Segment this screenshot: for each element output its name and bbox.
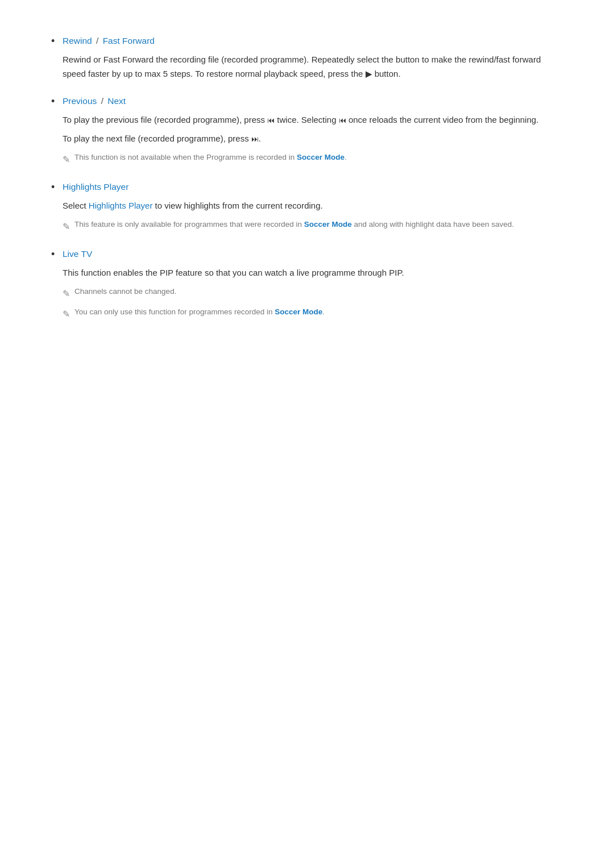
item-header-live-tv: Live TV (63, 247, 563, 261)
highlights-description: Select Highlights Player to view highlig… (63, 199, 563, 213)
separator-2: / (101, 96, 106, 106)
note-highlights: ✎ This feature is only available for pro… (63, 219, 563, 234)
list-item-rewind: Rewind / Fast Forward Rewind or Fast For… (51, 34, 563, 81)
link-rewind[interactable]: Rewind (63, 36, 92, 45)
list-item-previous-next: Previous / Next To play the previous fil… (51, 94, 563, 167)
link-soccer-mode-3[interactable]: Soccer Mode (275, 308, 322, 316)
item-header-previous-next: Previous / Next (63, 94, 563, 109)
content-area: Rewind / Fast Forward Rewind or Fast For… (51, 23, 563, 322)
prev-icon: ⏮ (267, 116, 275, 124)
pencil-icon-1: ✎ (63, 152, 70, 167)
link-fast-forward[interactable]: Fast Forward (103, 36, 155, 45)
link-soccer-mode-2[interactable]: Soccer Mode (304, 220, 352, 229)
link-next[interactable]: Next (107, 96, 126, 106)
note-text-highlights: This feature is only available for progr… (74, 219, 514, 231)
list-item-highlights: Highlights Player Select Highlights Play… (51, 180, 563, 234)
item-header-rewind: Rewind / Fast Forward (63, 34, 563, 48)
note-text-live-tv-1: Channels cannot be changed. (74, 286, 176, 298)
link-live-tv[interactable]: Live TV (63, 249, 92, 259)
rewind-description: Rewind or Fast Forward the recording fil… (63, 53, 563, 81)
link-soccer-mode-1[interactable]: Soccer Mode (297, 153, 345, 161)
pencil-icon-3: ✎ (63, 286, 70, 301)
separator-1: / (96, 36, 101, 45)
link-previous[interactable]: Previous (63, 96, 97, 106)
item-body-live-tv: This function enables the PIP feature so… (63, 266, 563, 322)
next-icon: ⏭ (251, 135, 259, 143)
link-highlights-player[interactable]: Highlights Player (63, 182, 128, 192)
list-item-live-tv: Live TV This function enables the PIP fe… (51, 247, 563, 322)
item-header-highlights: Highlights Player (63, 180, 563, 194)
note-text-previous-next: This function is not available when the … (74, 152, 347, 164)
prev-icon-2: ⏮ (339, 116, 346, 124)
item-body-rewind: Rewind or Fast Forward the recording fil… (63, 53, 563, 81)
pencil-icon-4: ✎ (63, 307, 70, 322)
link-highlights-player-inline[interactable]: Highlights Player (89, 201, 153, 210)
note-text-live-tv-2: You can only use this function for progr… (74, 306, 325, 318)
note-previous-next: ✎ This function is not available when th… (63, 152, 563, 167)
page-container: Rewind / Fast Forward Rewind or Fast For… (0, 0, 614, 868)
main-list: Rewind / Fast Forward Rewind or Fast For… (51, 34, 563, 322)
item-body-previous-next: To play the previous file (recorded prog… (63, 113, 563, 167)
pencil-icon-2: ✎ (63, 219, 70, 234)
live-tv-description: This function enables the PIP feature so… (63, 266, 563, 280)
previous-description: To play the previous file (recorded prog… (63, 113, 563, 127)
note-live-tv-2: ✎ You can only use this function for pro… (63, 306, 563, 322)
note-live-tv-1: ✎ Channels cannot be changed. (63, 286, 563, 301)
next-description: To play the next file (recorded programm… (63, 132, 563, 146)
item-body-highlights: Select Highlights Player to view highlig… (63, 199, 563, 234)
